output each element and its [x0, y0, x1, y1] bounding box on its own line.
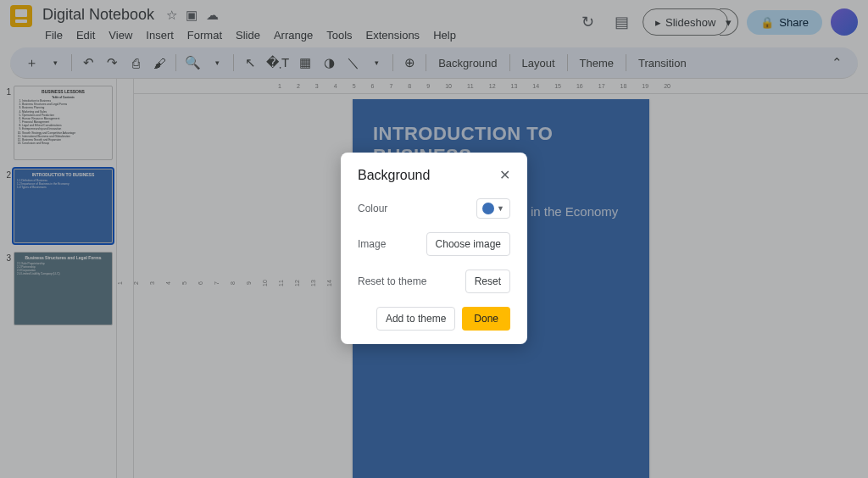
modal-scrim[interactable]: Background ✕ Colour ▼ Image Choose image…: [0, 0, 868, 478]
colour-swatch-icon: [482, 203, 494, 214]
reset-label: Reset to theme: [358, 275, 426, 287]
colour-picker[interactable]: ▼: [476, 198, 510, 219]
close-icon[interactable]: ✕: [499, 169, 510, 182]
dialog-title: Background: [358, 168, 430, 183]
reset-button[interactable]: Reset: [465, 270, 510, 293]
done-button[interactable]: Done: [462, 307, 510, 331]
colour-label: Colour: [358, 203, 387, 214]
add-to-theme-button[interactable]: Add to theme: [376, 307, 455, 331]
background-dialog: Background ✕ Colour ▼ Image Choose image…: [341, 153, 527, 344]
choose-image-button[interactable]: Choose image: [426, 232, 510, 256]
image-label: Image: [358, 238, 386, 250]
chevron-down-icon: ▼: [497, 204, 504, 213]
